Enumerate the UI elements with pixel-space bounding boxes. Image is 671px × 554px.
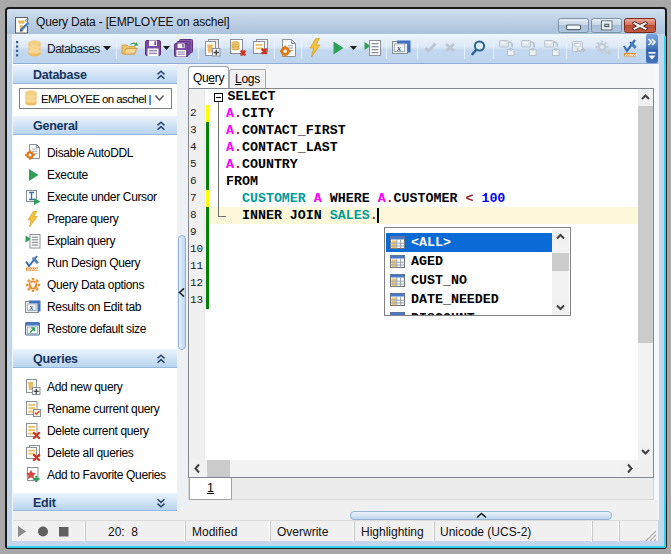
svg-text:x: x [29, 303, 34, 312]
svg-text:x: x [396, 43, 402, 53]
